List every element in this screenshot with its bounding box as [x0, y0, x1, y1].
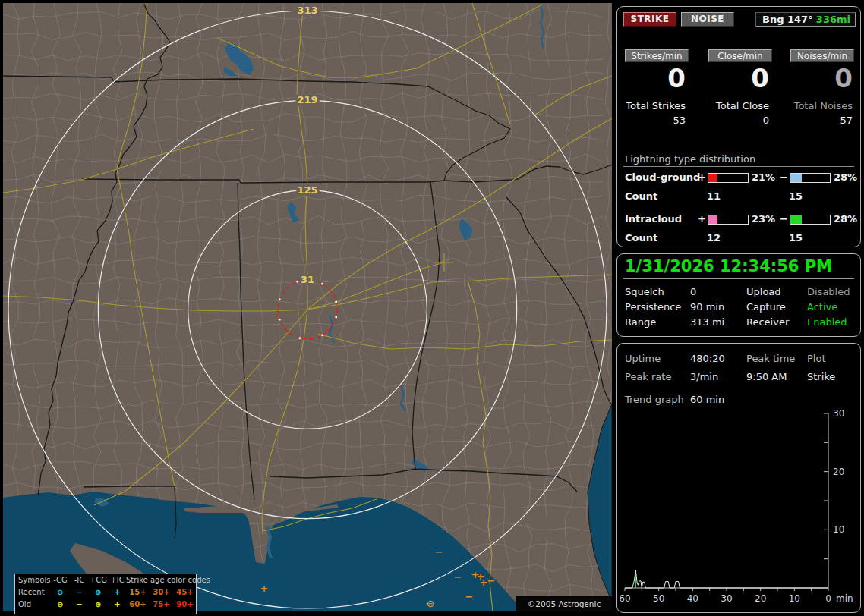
svg-text:min: min: [836, 593, 853, 604]
legend-old-row: Old⊖−⊕+60+75+90+: [15, 599, 196, 611]
distribution-header: Lightning type distribution: [625, 153, 755, 165]
svg-text:40: 40: [687, 593, 698, 604]
old-neg-ic-icon: −: [71, 599, 88, 611]
strike-symbol: −: [465, 591, 474, 602]
squelch-value: 0: [690, 286, 696, 297]
plus-sign: +: [698, 171, 706, 183]
ic-positive-count: 12: [707, 232, 721, 244]
total-close-value: 0: [701, 115, 769, 126]
noises-per-min-value: 0: [784, 63, 853, 93]
recent-neg-cg-icon: ⊖: [50, 586, 71, 599]
receiver-status: Enabled: [807, 316, 847, 328]
old-pos-cg-icon: ⊕: [88, 599, 109, 611]
strikes-per-min-badge[interactable]: Strikes/min: [625, 49, 689, 62]
strike-symbol: ⊖: [427, 598, 435, 609]
total-noises-value: 57: [784, 115, 853, 126]
strike-symbol: −: [487, 575, 496, 586]
bearing-value: Bng 147°: [762, 13, 813, 26]
range-ring-label-219: 219: [297, 94, 317, 105]
svg-text:10: 10: [833, 524, 844, 535]
svg-text:50: 50: [653, 593, 664, 604]
bearing-distance: 336mi: [816, 13, 850, 26]
ic-positive-bar: [708, 215, 749, 225]
minus-sign: −: [780, 213, 788, 225]
recent-neg-ic-icon: −: [71, 586, 88, 599]
recent-pos-ic-icon: +: [109, 586, 126, 599]
total-noises-label: Total Noises: [784, 100, 853, 112]
datetime-divider: [623, 278, 854, 279]
persistence-value: 90 min: [690, 301, 724, 313]
capture-status: Active: [807, 301, 837, 313]
cg-positive-count: 11: [707, 190, 721, 202]
svg-text:30: 30: [721, 593, 732, 604]
minus-sign: −: [780, 171, 788, 183]
legend-col-pos-cg: +CG: [88, 574, 109, 586]
ic-negative-pct: 28%: [834, 213, 857, 225]
range-ring-label-125: 125: [297, 184, 317, 196]
svg-text:0: 0: [825, 593, 831, 604]
range-ring-label-31: 31: [301, 274, 314, 285]
cg-negative-bar: [790, 173, 831, 183]
strike-toggle-button[interactable]: STRIKE: [623, 12, 676, 27]
svg-text:60: 60: [619, 593, 630, 604]
cg-negative-pct: 28%: [834, 171, 857, 183]
old-neg-cg-icon: ⊖: [50, 599, 71, 611]
legend-header-row: Symbols-CG-IC+CG+ICStrike age color code…: [15, 574, 196, 586]
ic-positive-pct: 23%: [752, 213, 775, 225]
cg-positive-pct: 21%: [752, 171, 775, 183]
noise-toggle-button[interactable]: NOISE: [681, 12, 734, 27]
lightning-map[interactable]: 31125219313+−−+++−−⊖ Symbols-CG-IC+CG+IC…: [3, 3, 612, 611]
strike-symbol: +: [260, 583, 269, 594]
legend-col-neg-ic: -IC: [71, 574, 88, 586]
cg-negative-count: 15: [789, 190, 803, 202]
svg-text:20: 20: [833, 467, 844, 477]
strike-stats-panel: STRIKE NOISE Bng 147° 336mi Strikes/min …: [616, 6, 861, 247]
bearing-readout: Bng 147° 336mi: [755, 12, 856, 27]
plus-sign: +: [698, 213, 706, 225]
map-canvas: 31125219313+−−+++−−⊖: [3, 3, 612, 611]
close-per-min-badge[interactable]: Close/min: [708, 49, 772, 62]
legend-symbols-header: Symbols: [15, 574, 50, 586]
session-trend-panel: Uptime 480:20 Peak time Plot Peak rate 3…: [616, 343, 861, 613]
ic-negative-count: 15: [789, 232, 803, 244]
close-per-min-value: 0: [701, 63, 769, 93]
recent-pos-cg-icon: ⊕: [88, 586, 109, 599]
total-strikes-value: 53: [617, 115, 686, 126]
legend-col-neg-cg: -CG: [50, 574, 71, 586]
legend-col-pos-ic: +IC: [109, 574, 126, 586]
svg-text:20: 20: [755, 593, 766, 604]
upload-status: Disabled: [807, 286, 850, 297]
legend-recent-row: Recent⊖−⊕+15+30+45+: [15, 586, 196, 599]
strike-symbol: −: [454, 571, 462, 583]
old-pos-ic-icon: +: [109, 599, 126, 611]
status-panel: 1/31/2026 12:34:56 PM Squelch 0 Upload D…: [616, 253, 861, 337]
total-strikes-label: Total Strikes: [617, 100, 686, 112]
total-close-label: Total Close: [701, 100, 769, 112]
strike-symbol: −: [435, 546, 443, 558]
strikes-per-min-value: 0: [617, 63, 686, 93]
noises-per-min-badge[interactable]: Noises/min: [790, 49, 854, 62]
copyright-text: ©2005 Astrogenic Systems: [516, 596, 612, 611]
svg-text:30: 30: [833, 408, 844, 419]
legend-age-header: Strike age color codes: [126, 574, 197, 586]
range-ring-label-313: 313: [297, 5, 317, 16]
svg-text:10: 10: [789, 593, 800, 604]
ic-negative-bar: [790, 215, 831, 225]
range-value: 313 mi: [690, 316, 724, 328]
cg-positive-bar: [708, 173, 749, 183]
distribution-divider: [623, 166, 854, 167]
nexstorm-window: 31125219313+−−+++−−⊖ Symbols-CG-IC+CG+IC…: [0, 0, 864, 616]
datetime-display: 1/31/2026 12:34:56 PM: [625, 257, 832, 275]
strike-symbol-legend: Symbols-CG-IC+CG+ICStrike age color code…: [14, 574, 197, 614]
trend-graph: 1020306050403020100min: [617, 344, 860, 612]
